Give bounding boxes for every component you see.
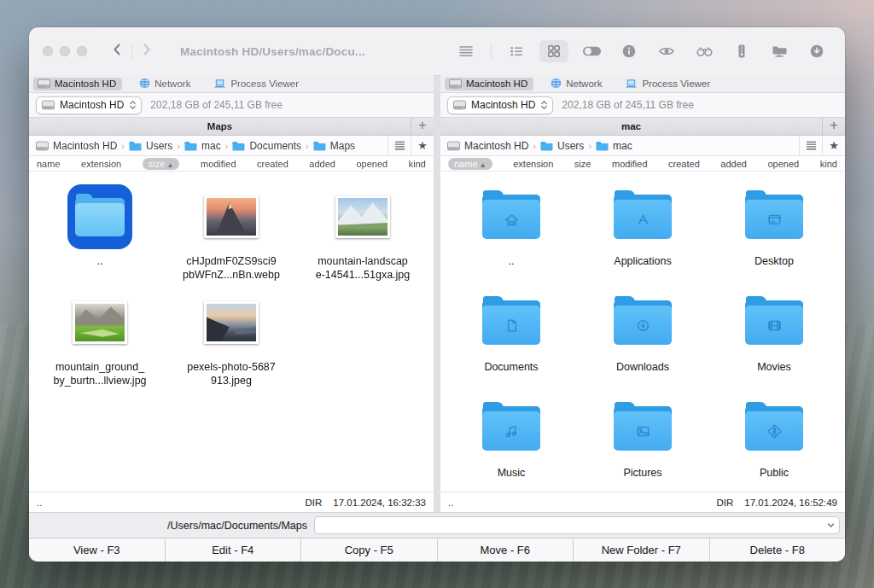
tab-bar-left: Macintosh HDNetworkProcess Viewer <box>29 75 434 93</box>
breadcrumb-item[interactable]: Macintosh HD <box>447 140 528 152</box>
drive-icon <box>449 79 462 89</box>
column-header-kind[interactable]: kind <box>820 159 837 169</box>
info-icon[interactable] <box>615 40 644 62</box>
binoculars-icon[interactable] <box>690 40 719 62</box>
file-item[interactable]: Documents <box>446 288 577 393</box>
favorites-button[interactable]: ★ <box>822 136 845 155</box>
drive-selector[interactable]: Macintosh HD <box>36 96 142 114</box>
list-view-icon[interactable] <box>502 40 531 62</box>
column-header-name[interactable]: name ▲ <box>448 158 492 170</box>
tab-network[interactable]: Network <box>135 77 196 90</box>
column-header-size[interactable]: size ▲ <box>143 158 180 170</box>
command-input-wrap <box>314 516 840 534</box>
view-options-button[interactable] <box>387 136 411 155</box>
drive-selector-value: Macintosh HD <box>60 99 124 111</box>
column-header-name[interactable]: name <box>37 159 61 169</box>
file-item[interactable]: Pictures <box>577 393 708 492</box>
column-header-extension[interactable]: extension <box>513 159 553 169</box>
command-input[interactable] <box>315 517 823 533</box>
file-item[interactable]: Desktop <box>708 182 840 288</box>
status-bar-left: ..DIR17.01.2024, 16:32:33 <box>29 492 434 512</box>
add-tab-button[interactable]: + <box>411 118 434 135</box>
tab-network[interactable]: Network <box>546 77 608 90</box>
column-header-added[interactable]: added <box>720 159 747 169</box>
file-item[interactable]: Public <box>708 393 840 492</box>
menu-lines-icon[interactable] <box>452 40 481 62</box>
pane-divider[interactable] <box>434 75 440 512</box>
file-icon-box <box>614 288 672 358</box>
image-thumbnail <box>73 301 127 344</box>
chevron-down-icon[interactable] <box>823 522 839 528</box>
toggle-icon[interactable] <box>577 40 606 62</box>
file-item[interactable]: Music <box>446 393 577 492</box>
zoom-button[interactable] <box>77 46 87 56</box>
breadcrumb-item[interactable]: Documents <box>232 140 301 152</box>
function-button-f4[interactable]: Edit - F4 <box>166 539 302 562</box>
column-header-extension[interactable]: extension <box>81 159 121 169</box>
tab-process-viewer[interactable]: Process Viewer <box>209 78 305 90</box>
back-button[interactable] <box>111 42 123 61</box>
function-button-f7[interactable]: New Folder - F7 <box>574 539 710 562</box>
function-button-f3[interactable]: View - F3 <box>29 539 166 562</box>
file-item[interactable]: .. <box>34 182 166 288</box>
eye-icon[interactable] <box>652 40 681 62</box>
folder-icon <box>745 195 803 239</box>
file-item[interactable]: mountain-landscap e-14541...51gxa.jpg <box>297 182 428 288</box>
column-header-modified[interactable]: modified <box>201 159 236 169</box>
favorites-button[interactable]: ★ <box>411 136 434 155</box>
drive-icon <box>38 79 50 89</box>
add-tab-button[interactable]: + <box>822 118 845 135</box>
breadcrumb-item[interactable]: Maps <box>313 140 355 152</box>
titlebar: Macintosh HD/Users/mac/Docu... <box>29 27 845 75</box>
archive-icon[interactable] <box>727 40 756 62</box>
breadcrumb-item[interactable]: Macintosh HD <box>36 140 117 152</box>
minimize-button[interactable] <box>60 46 70 56</box>
free-space-label: 202,18 GB of 245,11 GB free <box>562 99 694 111</box>
tab-macintosh-hd[interactable]: Macintosh HD <box>33 78 122 90</box>
function-button-f5[interactable]: Copy - F5 <box>301 539 438 562</box>
network-folder-icon[interactable] <box>765 40 794 62</box>
file-icon-box <box>335 182 390 252</box>
breadcrumb-item[interactable]: Users <box>540 140 584 152</box>
file-item[interactable]: cHJpdmF0ZS9sci9 pbWFnZ...nBn.webp <box>166 182 297 288</box>
column-header-opened[interactable]: opened <box>356 159 387 169</box>
breadcrumb-item[interactable]: mac <box>184 140 221 152</box>
function-button-f8[interactable]: Delete - F8 <box>710 539 846 562</box>
column-header-created[interactable]: created <box>668 159 700 169</box>
tab-process-viewer[interactable]: Process Viewer <box>621 78 716 90</box>
file-item[interactable]: mountain_ground_ by_burtn...llview.jpg <box>34 288 166 393</box>
grid-view-icon[interactable] <box>539 40 568 62</box>
column-header-created[interactable]: created <box>257 159 288 169</box>
breadcrumb-separator: › <box>533 141 536 151</box>
download-icon[interactable] <box>802 40 831 62</box>
file-icon-box <box>614 393 672 463</box>
file-item[interactable]: Downloads <box>577 288 708 393</box>
file-item[interactable]: pexels-photo-5687 913.jpeg <box>166 288 297 393</box>
column-header-kind[interactable]: kind <box>409 159 426 169</box>
tab-label: Network <box>154 79 190 89</box>
breadcrumb-item[interactable]: Users <box>129 140 172 152</box>
file-icon-box <box>745 288 803 358</box>
status-kind: DIR <box>716 498 733 508</box>
command-path-label: /Users/mac/Documents/Maps <box>34 520 314 532</box>
file-item[interactable]: .. <box>446 182 577 288</box>
forward-button[interactable] <box>141 42 153 61</box>
file-item[interactable]: Movies <box>708 288 840 393</box>
column-header-opened[interactable]: opened <box>767 159 799 169</box>
close-button[interactable] <box>43 46 53 56</box>
breadcrumb-label: Users <box>557 140 584 152</box>
file-icon-box <box>482 288 540 358</box>
column-header-size[interactable]: size <box>574 159 591 169</box>
file-item[interactable]: Applications <box>577 182 708 288</box>
breadcrumb-label: Documents <box>249 140 301 152</box>
toolbar <box>452 40 831 62</box>
breadcrumb-label: mac <box>613 140 632 152</box>
tab-macintosh-hd[interactable]: Macintosh HD <box>445 78 533 90</box>
breadcrumb-item[interactable]: mac <box>596 140 632 152</box>
drive-selector[interactable]: Macintosh HD <box>447 96 553 114</box>
view-options-button[interactable] <box>799 136 822 155</box>
file-grid-left: ..cHJpdmF0ZS9sci9 pbWFnZ...nBn.webpmount… <box>29 172 434 492</box>
function-button-f6[interactable]: Move - F6 <box>438 539 574 562</box>
column-header-added[interactable]: added <box>309 159 335 169</box>
column-header-modified[interactable]: modified <box>612 159 648 169</box>
